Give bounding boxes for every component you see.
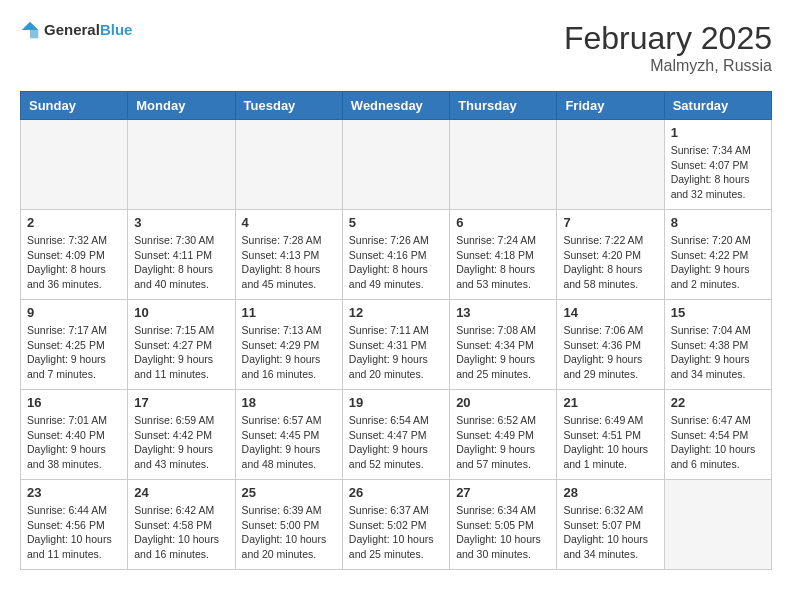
day-info: Sunrise: 7:15 AM Sunset: 4:27 PM Dayligh…: [134, 323, 228, 382]
calendar-cell: 4Sunrise: 7:28 AM Sunset: 4:13 PM Daylig…: [235, 210, 342, 300]
calendar-cell: 9Sunrise: 7:17 AM Sunset: 4:25 PM Daylig…: [21, 300, 128, 390]
calendar-cell: [342, 120, 449, 210]
calendar-cell: 3Sunrise: 7:30 AM Sunset: 4:11 PM Daylig…: [128, 210, 235, 300]
calendar-cell: 25Sunrise: 6:39 AM Sunset: 5:00 PM Dayli…: [235, 480, 342, 570]
day-info: Sunrise: 6:57 AM Sunset: 4:45 PM Dayligh…: [242, 413, 336, 472]
day-number: 10: [134, 305, 228, 320]
calendar-cell: 1Sunrise: 7:34 AM Sunset: 4:07 PM Daylig…: [664, 120, 771, 210]
day-number: 1: [671, 125, 765, 140]
weekday-header-row: SundayMondayTuesdayWednesdayThursdayFrid…: [21, 92, 772, 120]
calendar-cell: 26Sunrise: 6:37 AM Sunset: 5:02 PM Dayli…: [342, 480, 449, 570]
day-number: 16: [27, 395, 121, 410]
calendar-cell: 15Sunrise: 7:04 AM Sunset: 4:38 PM Dayli…: [664, 300, 771, 390]
month-title: February 2025: [564, 20, 772, 57]
day-info: Sunrise: 6:59 AM Sunset: 4:42 PM Dayligh…: [134, 413, 228, 472]
weekday-header-tuesday: Tuesday: [235, 92, 342, 120]
day-number: 2: [27, 215, 121, 230]
calendar-cell: [450, 120, 557, 210]
calendar-cell: 14Sunrise: 7:06 AM Sunset: 4:36 PM Dayli…: [557, 300, 664, 390]
day-number: 6: [456, 215, 550, 230]
day-number: 19: [349, 395, 443, 410]
calendar-cell: [235, 120, 342, 210]
day-info: Sunrise: 6:32 AM Sunset: 5:07 PM Dayligh…: [563, 503, 657, 562]
weekday-header-monday: Monday: [128, 92, 235, 120]
calendar-cell: 17Sunrise: 6:59 AM Sunset: 4:42 PM Dayli…: [128, 390, 235, 480]
calendar-cell: 22Sunrise: 6:47 AM Sunset: 4:54 PM Dayli…: [664, 390, 771, 480]
day-info: Sunrise: 7:17 AM Sunset: 4:25 PM Dayligh…: [27, 323, 121, 382]
calendar-row: 23Sunrise: 6:44 AM Sunset: 4:56 PM Dayli…: [21, 480, 772, 570]
calendar-cell: 16Sunrise: 7:01 AM Sunset: 4:40 PM Dayli…: [21, 390, 128, 480]
calendar-cell: 5Sunrise: 7:26 AM Sunset: 4:16 PM Daylig…: [342, 210, 449, 300]
calendar-cell: [557, 120, 664, 210]
calendar-cell: 7Sunrise: 7:22 AM Sunset: 4:20 PM Daylig…: [557, 210, 664, 300]
day-number: 24: [134, 485, 228, 500]
day-number: 9: [27, 305, 121, 320]
day-info: Sunrise: 7:24 AM Sunset: 4:18 PM Dayligh…: [456, 233, 550, 292]
calendar-cell: [21, 120, 128, 210]
day-number: 22: [671, 395, 765, 410]
day-number: 15: [671, 305, 765, 320]
svg-marker-1: [30, 30, 38, 38]
logo-icon: [20, 20, 40, 40]
svg-marker-0: [22, 22, 39, 30]
calendar: SundayMondayTuesdayWednesdayThursdayFrid…: [20, 91, 772, 570]
day-info: Sunrise: 6:39 AM Sunset: 5:00 PM Dayligh…: [242, 503, 336, 562]
day-number: 17: [134, 395, 228, 410]
calendar-cell: 27Sunrise: 6:34 AM Sunset: 5:05 PM Dayli…: [450, 480, 557, 570]
day-number: 12: [349, 305, 443, 320]
weekday-header-saturday: Saturday: [664, 92, 771, 120]
day-info: Sunrise: 7:04 AM Sunset: 4:38 PM Dayligh…: [671, 323, 765, 382]
calendar-cell: 8Sunrise: 7:20 AM Sunset: 4:22 PM Daylig…: [664, 210, 771, 300]
day-info: Sunrise: 7:06 AM Sunset: 4:36 PM Dayligh…: [563, 323, 657, 382]
calendar-row: 9Sunrise: 7:17 AM Sunset: 4:25 PM Daylig…: [21, 300, 772, 390]
day-info: Sunrise: 7:20 AM Sunset: 4:22 PM Dayligh…: [671, 233, 765, 292]
day-info: Sunrise: 7:11 AM Sunset: 4:31 PM Dayligh…: [349, 323, 443, 382]
calendar-cell: 21Sunrise: 6:49 AM Sunset: 4:51 PM Dayli…: [557, 390, 664, 480]
calendar-row: 16Sunrise: 7:01 AM Sunset: 4:40 PM Dayli…: [21, 390, 772, 480]
day-number: 11: [242, 305, 336, 320]
page-header: GeneralBlue February 2025 Malmyzh, Russi…: [20, 20, 772, 75]
day-number: 27: [456, 485, 550, 500]
calendar-cell: 2Sunrise: 7:32 AM Sunset: 4:09 PM Daylig…: [21, 210, 128, 300]
logo-blue: Blue: [100, 21, 133, 38]
weekday-header-sunday: Sunday: [21, 92, 128, 120]
calendar-cell: 23Sunrise: 6:44 AM Sunset: 4:56 PM Dayli…: [21, 480, 128, 570]
calendar-cell: 28Sunrise: 6:32 AM Sunset: 5:07 PM Dayli…: [557, 480, 664, 570]
day-number: 26: [349, 485, 443, 500]
day-number: 7: [563, 215, 657, 230]
location: Malmyzh, Russia: [564, 57, 772, 75]
weekday-header-friday: Friday: [557, 92, 664, 120]
day-info: Sunrise: 6:44 AM Sunset: 4:56 PM Dayligh…: [27, 503, 121, 562]
day-info: Sunrise: 7:30 AM Sunset: 4:11 PM Dayligh…: [134, 233, 228, 292]
calendar-cell: 6Sunrise: 7:24 AM Sunset: 4:18 PM Daylig…: [450, 210, 557, 300]
day-number: 28: [563, 485, 657, 500]
day-number: 5: [349, 215, 443, 230]
title-block: February 2025 Malmyzh, Russia: [564, 20, 772, 75]
day-number: 3: [134, 215, 228, 230]
calendar-cell: 20Sunrise: 6:52 AM Sunset: 4:49 PM Dayli…: [450, 390, 557, 480]
day-number: 13: [456, 305, 550, 320]
day-number: 8: [671, 215, 765, 230]
calendar-row: 2Sunrise: 7:32 AM Sunset: 4:09 PM Daylig…: [21, 210, 772, 300]
logo: GeneralBlue: [20, 20, 132, 40]
day-info: Sunrise: 7:26 AM Sunset: 4:16 PM Dayligh…: [349, 233, 443, 292]
day-info: Sunrise: 7:01 AM Sunset: 4:40 PM Dayligh…: [27, 413, 121, 472]
day-info: Sunrise: 6:34 AM Sunset: 5:05 PM Dayligh…: [456, 503, 550, 562]
day-number: 25: [242, 485, 336, 500]
day-info: Sunrise: 7:32 AM Sunset: 4:09 PM Dayligh…: [27, 233, 121, 292]
day-number: 21: [563, 395, 657, 410]
day-info: Sunrise: 6:37 AM Sunset: 5:02 PM Dayligh…: [349, 503, 443, 562]
day-info: Sunrise: 6:47 AM Sunset: 4:54 PM Dayligh…: [671, 413, 765, 472]
logo-general: General: [44, 21, 100, 38]
calendar-cell: 12Sunrise: 7:11 AM Sunset: 4:31 PM Dayli…: [342, 300, 449, 390]
calendar-cell: 11Sunrise: 7:13 AM Sunset: 4:29 PM Dayli…: [235, 300, 342, 390]
day-info: Sunrise: 6:52 AM Sunset: 4:49 PM Dayligh…: [456, 413, 550, 472]
day-number: 18: [242, 395, 336, 410]
calendar-cell: 19Sunrise: 6:54 AM Sunset: 4:47 PM Dayli…: [342, 390, 449, 480]
day-number: 14: [563, 305, 657, 320]
day-info: Sunrise: 7:08 AM Sunset: 4:34 PM Dayligh…: [456, 323, 550, 382]
calendar-cell: 18Sunrise: 6:57 AM Sunset: 4:45 PM Dayli…: [235, 390, 342, 480]
calendar-cell: 10Sunrise: 7:15 AM Sunset: 4:27 PM Dayli…: [128, 300, 235, 390]
day-info: Sunrise: 7:34 AM Sunset: 4:07 PM Dayligh…: [671, 143, 765, 202]
weekday-header-thursday: Thursday: [450, 92, 557, 120]
